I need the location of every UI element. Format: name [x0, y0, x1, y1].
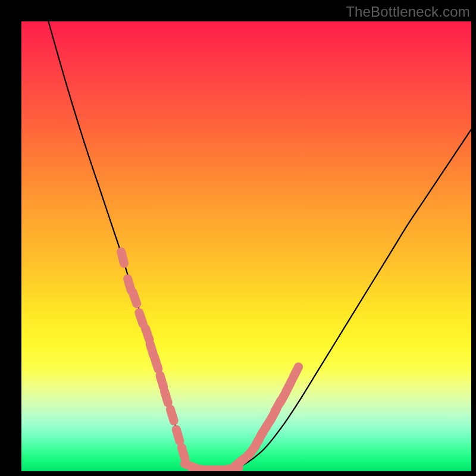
marker-dot	[165, 392, 168, 403]
plot-area	[21, 21, 471, 471]
chart-frame: TheBottleneck.com	[0, 0, 476, 476]
bottleneck-curve	[48, 21, 471, 470]
marker-dot	[155, 358, 158, 369]
marker-dot	[145, 328, 149, 340]
marker-dot	[133, 292, 137, 303]
chart-svg	[21, 21, 471, 471]
marker-dot	[139, 313, 143, 324]
marker-dot	[181, 447, 185, 459]
marker-dot	[293, 367, 299, 378]
marker-cluster-left	[121, 252, 185, 459]
marker-dot	[121, 252, 124, 263]
marker-dot	[160, 375, 164, 387]
marker-dot	[286, 380, 292, 391]
watermark-text: TheBottleneck.com	[346, 4, 470, 20]
marker-dot	[170, 409, 174, 421]
marker-dot	[128, 279, 131, 290]
marker-dot	[176, 430, 180, 441]
